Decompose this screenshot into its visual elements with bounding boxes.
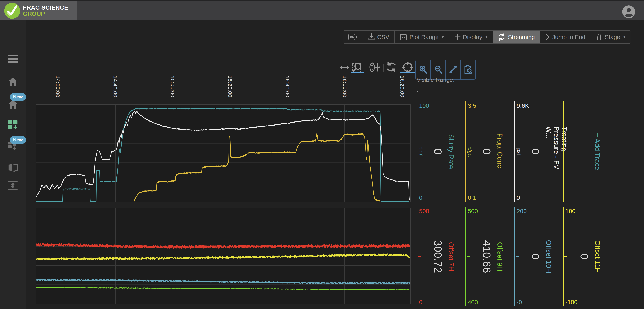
zoom-in-button[interactable] (416, 60, 430, 79)
user-avatar-button[interactable] (622, 5, 635, 18)
sidebar-item-home[interactable] (8, 76, 18, 87)
axis-min-label: -0 (516, 299, 522, 306)
axis-max-label: 9.6K (516, 102, 529, 109)
axis-strip-offset-11h: 100-1000Offset 11H (563, 206, 612, 306)
axis-strip-slurry-rate: 1000bpm0Slurry Rate (416, 101, 466, 202)
csv-export-button[interactable]: CSV (362, 31, 394, 43)
axis-strip-add-trace: + Add Trace (563, 101, 612, 202)
stage-hash-icon (596, 34, 602, 40)
axis-max-label: 3.5 (468, 102, 476, 109)
bottom-chart-axis-panel: 5000300.72Offset 7H500400410.66Offset 9H… (415, 206, 644, 306)
top-chart-plot-area[interactable] (36, 104, 410, 202)
sidebar-item-compare[interactable] (8, 163, 18, 173)
streaming-refresh-icon (498, 33, 506, 41)
main-toolbar: CSV Plot Range ▾ Display ▾ (343, 30, 631, 44)
zoom-box-icon (352, 61, 363, 73)
pan-button[interactable] (370, 62, 380, 73)
zoom-box-active-underline (351, 72, 364, 73)
stage-button[interactable]: Stage ▾ (590, 31, 631, 43)
axis-mid-tick (564, 256, 568, 257)
add-trace-button-bottom[interactable]: + (613, 250, 619, 262)
axis-line (466, 206, 466, 306)
home-new-badge: New (10, 93, 26, 101)
brand-text: FRAC SCIENCE GROUP (23, 4, 68, 17)
zoom-out-button[interactable] (430, 60, 446, 79)
axis-line (416, 101, 417, 202)
axis-min-label: 400 (468, 299, 478, 306)
axis-line (563, 101, 564, 202)
axis-line (466, 101, 466, 202)
bottom-chart-plot-area[interactable] (36, 208, 410, 304)
plot-range-label: Plot Range (409, 34, 438, 40)
axis-max-label: 100 (565, 208, 576, 214)
axis-min-label: 0.1 (468, 194, 476, 201)
download-icon (368, 33, 375, 40)
trace-name-label[interactable]: Offset 11H (594, 240, 601, 273)
streaming-toggle-button[interactable]: Streaming (493, 31, 540, 43)
toolbar-separator (399, 64, 400, 72)
display-label: Display (463, 34, 482, 40)
trace-name-label[interactable]: Slurry Rate (447, 134, 455, 169)
axis-max-label: 100 (419, 102, 429, 109)
csv-label: CSV (377, 34, 389, 40)
expand-range-button[interactable] (446, 60, 460, 79)
streaming-label: Streaming (508, 34, 535, 40)
plot-range-button[interactable]: Plot Range ▾ (394, 31, 449, 43)
chevron-right-icon (546, 34, 550, 40)
axis-strip-prop-conc-: 3.50.1lb/gal0Prop. Conc. (466, 101, 514, 202)
chevron-down-icon: ▾ (485, 34, 488, 40)
zoom-history-button[interactable] (460, 60, 476, 79)
calendar-icon (400, 33, 407, 40)
axis-strip-offset-10h: 200-00Offset 10H (514, 206, 563, 306)
add-trace-button[interactable]: + Add Trace (594, 133, 601, 170)
axis-unit-label: psi (516, 148, 522, 155)
chevron-down-icon: ▾ (442, 34, 444, 40)
menu-toggle-button[interactable] (8, 54, 18, 65)
axis-min-label: 0 (516, 194, 520, 201)
brand-line2: GROUP (23, 11, 68, 17)
crosshair-icon (402, 62, 414, 73)
axis-strip-treating-pressure-fv-w-: 9.6K0psi0Treating Pressure - FV W... (514, 101, 563, 202)
axis-mid-tick (467, 256, 470, 257)
display-button[interactable]: Display ▾ (449, 31, 493, 43)
axis-strip-offset-7h: 5000300.72Offset 7H (416, 206, 466, 306)
autoscale-button[interactable] (386, 62, 397, 73)
pan-icon (370, 62, 380, 72)
x-axis-tick-label: 14:20:00 (55, 76, 61, 98)
home-icon (8, 76, 18, 86)
axis-unit-label: bpm (418, 146, 424, 156)
user-avatar-icon (622, 5, 635, 18)
refresh-cycle-icon (386, 62, 397, 72)
chevron-down-icon: ▾ (623, 34, 626, 40)
visible-range-value: - (416, 88, 454, 94)
sidebar-item-dashboards-active[interactable] (8, 120, 18, 130)
replay-camera-icon (348, 33, 358, 41)
jump-to-end-button[interactable]: Jump to End (540, 31, 590, 43)
sidebar-item-fit-height[interactable] (8, 180, 18, 191)
x-axis-tick-label: 14:40:00 (112, 76, 118, 98)
trace-current-value: 300.72 (432, 240, 444, 273)
arrows-horizontal-icon (340, 64, 349, 70)
badge-label: New (13, 94, 23, 100)
axis-mid-tick (516, 256, 519, 257)
trace-current-value: 0 (530, 254, 542, 259)
visible-range: Visible Range: - (416, 76, 454, 94)
trace-name-label[interactable]: Offset 9H (496, 242, 504, 271)
clipboard-search-icon (464, 65, 472, 74)
replay-button[interactable] (343, 31, 362, 43)
x-axis-tick-label: 15:20:00 (227, 76, 233, 98)
span-horizontal-button[interactable] (340, 64, 349, 71)
axis-max-label: 500 (468, 208, 478, 214)
top-chart-axis-panel: 1000bpm0Slurry Rate3.50.1lb/gal0Prop. Co… (415, 101, 644, 202)
x-axis-tick-label: 15:00:00 (170, 76, 176, 98)
sidebar-item-home-new[interactable] (8, 99, 18, 110)
axis-min-label: 0 (419, 194, 422, 201)
axis-max-label: 200 (516, 208, 527, 214)
jump-to-end-label: Jump to End (552, 34, 585, 40)
trace-name-label[interactable]: Prop. Conc. (496, 133, 504, 170)
dashboard-add-icon (8, 120, 18, 130)
trace-name-label[interactable]: Offset 7H (447, 242, 455, 271)
trace-name-label[interactable]: Offset 10H (545, 240, 552, 273)
top-chart-svg (36, 104, 410, 202)
sidebar: New New (0, 20, 26, 309)
